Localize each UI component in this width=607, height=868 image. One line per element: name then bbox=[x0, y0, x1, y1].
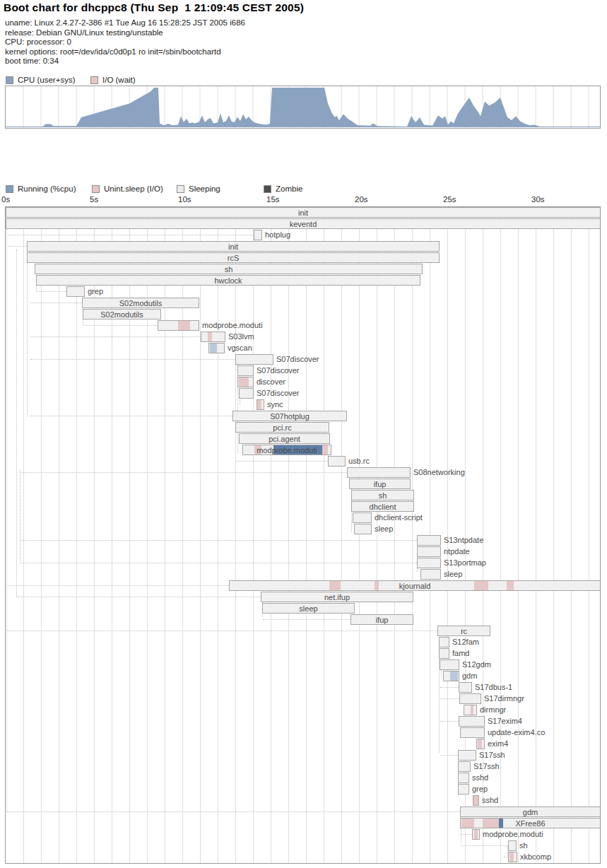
bootchart-page: Boot chart for dhcppc8 (Thu Sep 1 21:09:… bbox=[0, 0, 607, 868]
tree-connector bbox=[30, 359, 235, 360]
tree-connector bbox=[440, 698, 459, 699]
tree-connector bbox=[20, 563, 417, 563]
process-bar: XFree86 bbox=[460, 818, 601, 828]
process-bar bbox=[458, 773, 469, 783]
process-label: keventd bbox=[290, 220, 317, 228]
legend-swatch bbox=[6, 76, 13, 84]
proc-gridline bbox=[589, 207, 589, 863]
process-label: S07discover bbox=[257, 388, 300, 399]
process-label: dirmngr bbox=[480, 705, 506, 715]
tree-connector bbox=[30, 416, 232, 416]
process-label: sshd bbox=[472, 773, 488, 783]
process-gantt-chart: initkeventdhotpluginitrcSshhwclockgrepS0… bbox=[5, 206, 601, 864]
process-label: init bbox=[298, 209, 308, 217]
process-bar: S02modutils bbox=[83, 309, 161, 319]
legend-label: Zombie bbox=[276, 184, 302, 193]
process-bar bbox=[458, 784, 469, 794]
process-bar: rcS bbox=[27, 252, 440, 263]
process-bar bbox=[459, 682, 472, 693]
proc-gridline bbox=[200, 207, 201, 863]
axis-tick-label: 10s bbox=[178, 195, 191, 204]
process-bar bbox=[417, 535, 441, 546]
process-label: init bbox=[228, 242, 238, 251]
process-bar-segment bbox=[474, 581, 488, 590]
header-release: release: Debian GNU/Linux testing/unstab… bbox=[5, 28, 163, 37]
process-label: S17dirmngr bbox=[484, 693, 524, 704]
process-bar-segment bbox=[210, 344, 217, 353]
process-label: discover bbox=[257, 377, 285, 387]
tree-connector-vertical bbox=[27, 261, 28, 416]
process-label: vgscan bbox=[228, 343, 252, 353]
header-boot-time: boot time: 0:34 bbox=[5, 57, 59, 65]
proc-gridline bbox=[288, 207, 289, 863]
process-label: sleep bbox=[375, 524, 393, 534]
process-bar: hwclock bbox=[36, 275, 420, 286]
process-bar bbox=[239, 388, 254, 399]
process-label: exim4 bbox=[488, 739, 508, 749]
process-label: sh bbox=[379, 491, 387, 500]
process-bar-segment bbox=[239, 377, 249, 387]
process-bar: modprobe.moduti bbox=[242, 445, 331, 455]
proc-gridline bbox=[59, 207, 59, 863]
tree-connector bbox=[30, 303, 82, 303]
header-uname: uname: Linux 2.4.27-2-386 #1 Tue Aug 16 … bbox=[5, 18, 245, 27]
proc-gridline bbox=[341, 207, 342, 863]
tree-connector-vertical bbox=[6, 224, 7, 812]
process-bar bbox=[439, 648, 449, 659]
cpu-usage-chart bbox=[5, 86, 601, 129]
process-label: S12fam bbox=[452, 637, 479, 647]
legend-swatch bbox=[6, 185, 13, 193]
process-bar-segment bbox=[507, 581, 514, 590]
process-label: update-exim4.co bbox=[488, 727, 545, 738]
process-bar: keventd bbox=[6, 218, 601, 229]
cpu-usage-area bbox=[6, 88, 600, 127]
process-bar bbox=[458, 750, 476, 761]
proc-gridline bbox=[324, 207, 324, 863]
legend-label: I/O (wait) bbox=[102, 76, 136, 84]
process-bar: sh bbox=[351, 490, 414, 500]
process-bar: pci.rc bbox=[235, 422, 329, 433]
process-label: S12gdm bbox=[462, 659, 491, 670]
process-bar: rc bbox=[437, 626, 490, 636]
process-label: xkbcomp bbox=[520, 852, 551, 862]
legend-label: Unint.sleep (I/O) bbox=[104, 184, 163, 193]
process-bar bbox=[473, 795, 479, 806]
process-label: gdm bbox=[462, 671, 477, 681]
process-bar: ifup bbox=[350, 614, 413, 625]
process-label: dhclient bbox=[370, 503, 396, 511]
process-label: S13ntpdate bbox=[444, 535, 483, 546]
process-label: grep bbox=[472, 784, 488, 794]
legend-label: Running (%cpu) bbox=[18, 184, 76, 193]
tree-connector bbox=[263, 619, 350, 620]
proc-gridline bbox=[359, 207, 360, 863]
process-label: modprobe.moduti bbox=[257, 446, 317, 454]
process-bar-segment bbox=[478, 739, 482, 749]
process-bar: pci.agent bbox=[239, 433, 330, 444]
process-label: pci.rc bbox=[273, 423, 291, 432]
process-bar bbox=[508, 840, 517, 851]
process-bar-segment bbox=[473, 796, 479, 805]
process-label: kjournald bbox=[399, 582, 431, 590]
process-bar bbox=[254, 230, 262, 240]
process-bar-segment bbox=[375, 581, 379, 590]
process-label: S07hotplug bbox=[270, 412, 310, 421]
process-bar bbox=[460, 727, 485, 738]
process-bar bbox=[440, 659, 459, 670]
proc-gridline bbox=[412, 207, 413, 863]
process-label: sh bbox=[519, 840, 528, 851]
process-label: hwclock bbox=[214, 276, 242, 285]
process-bar bbox=[459, 716, 485, 727]
tree-connector bbox=[235, 461, 328, 462]
tree-connector-vertical bbox=[16, 250, 17, 597]
legend-label: CPU (user+sys) bbox=[18, 76, 75, 84]
process-label: rc bbox=[461, 627, 467, 635]
tree-connector bbox=[83, 325, 158, 326]
proc-gridline bbox=[253, 207, 254, 863]
tree-connector bbox=[6, 631, 437, 631]
process-label: grep bbox=[88, 286, 103, 297]
tree-connector bbox=[440, 721, 459, 722]
process-label: ifup bbox=[374, 480, 387, 488]
proc-gridline bbox=[23, 207, 24, 863]
process-bar-segment bbox=[461, 819, 474, 828]
header-kernel-options: kernel options: root=/dev/ida/c0d0p1 ro … bbox=[5, 47, 221, 56]
